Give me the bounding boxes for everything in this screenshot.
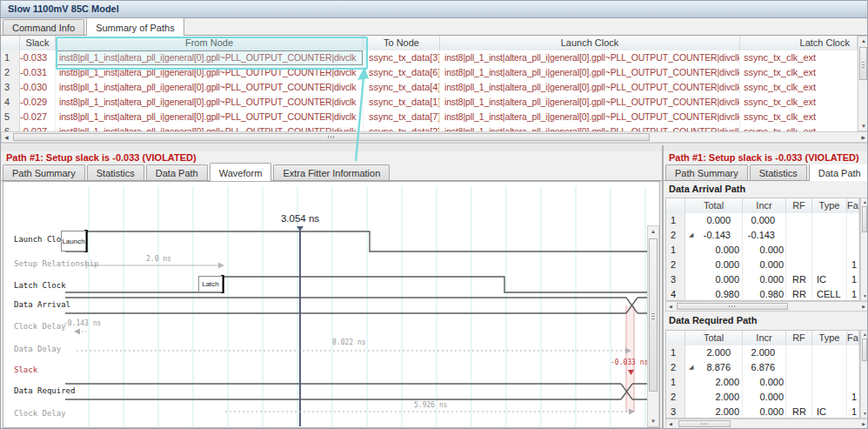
table-hscrollbar[interactable]: ◀ ▶ [1,131,868,143]
cell-type[interactable]: CELL [812,287,847,301]
scroll-left-icon[interactable]: ◀ [669,422,672,426]
cell-type[interactable] [812,360,847,375]
cell-type[interactable] [812,213,847,228]
scroll-left-icon[interactable]: ◀ [4,135,9,140]
cell-from-node[interactable]: inst8|pll_1_inst|altera_pll_i|general[0]… [56,80,364,95]
cell-fanout[interactable] [847,243,859,258]
cell-from-node[interactable]: inst8|pll_1_inst|altera_pll_i|general[0]… [56,124,364,131]
table-row[interactable]: 4 0.980 0.980 RR CELL 1 [666,287,859,301]
tab-path-summary[interactable]: Path Summary [3,164,85,181]
scroll-down-icon[interactable]: ▼ [861,124,866,129]
cell-rf[interactable] [786,390,812,405]
cell-incr[interactable]: 2.000 [743,345,786,360]
cell-fanout[interactable]: 1 [847,405,859,419]
cell-slack[interactable]: -0.029 [20,95,56,110]
cell-fanout[interactable]: 1 [847,258,859,272]
header-from-node[interactable]: From Node [56,36,364,50]
tab-waveform[interactable]: Waveform [210,163,272,181]
hscroll-thumb[interactable] [678,420,731,427]
header-total[interactable]: Total [685,331,743,345]
tab-statistics[interactable]: Statistics [750,164,807,181]
expand-icon[interactable]: ◢ [689,364,693,371]
header-to-node[interactable]: To Node [364,36,440,50]
tab-path-summary[interactable]: Path Summary [665,164,748,181]
header-rf[interactable]: RF [786,198,812,213]
cell-total[interactable]: 0.000 [685,258,743,272]
scroll-down-icon[interactable]: ▼ [651,419,656,424]
cell-launch-clock[interactable]: inst8|pll_1_inst|altera_pll_i|general[0]… [440,65,740,80]
header-rf[interactable]: RF [786,331,812,345]
table-row[interactable]: 3 -0.030 inst8|pll_1_inst|altera_pll_i|g… [1,80,858,96]
cell-type[interactable] [812,243,847,258]
cell-incr[interactable]: 0.000 [743,390,786,405]
header-slack[interactable]: Slack [20,36,56,50]
cell-total[interactable]: ◢8.876 [685,360,743,375]
window-title-bar[interactable]: Slow 1100mV 85C Model [1,1,868,18]
cell-incr[interactable]: 0.000 [743,213,786,228]
panel-vertical-divider[interactable] [662,145,664,429]
cell-incr[interactable]: 0.000 [743,258,786,272]
cell-fanout[interactable] [847,375,859,390]
cell-launch-clock[interactable]: inst8|pll_1_inst|altera_pll_i|general[0]… [440,110,740,124]
cell-total[interactable]: 2.000 [685,345,743,360]
scroll-down-icon[interactable]: ▼ [863,294,867,298]
cell-rf[interactable] [786,243,812,258]
cell-fanout[interactable] [847,345,859,360]
cell-from-node[interactable]: inst8|pll_1_inst|altera_pll_i|general[0]… [56,110,364,124]
scroll-down-icon[interactable]: ▼ [863,412,867,416]
cell-rf[interactable]: RR [786,405,812,419]
tab-data-path[interactable]: Data Path [809,164,868,181]
tab-statistics[interactable]: Statistics [87,164,144,181]
arrival-vscrollbar[interactable]: ▲ ▼ [860,198,868,301]
table-row[interactable]: 5 -0.027 inst8|pll_1_inst|altera_pll_i|g… [1,110,858,125]
cell-to-node[interactable]: ssync_tx_data[3] [364,50,440,65]
cell-launch-clock[interactable]: inst8|pll_1_inst|altera_pll_i|general[0]… [440,95,740,110]
cell-incr[interactable]: 0.000 [743,272,786,287]
cell-rf[interactable] [786,345,812,360]
cell-latch-clock[interactable]: ssync_tx_clk_ext [740,110,858,124]
cell-from-node[interactable]: inst8|pll_1_inst|altera_pll_i|general[0]… [56,95,364,110]
table-row[interactable]: 1 2.000 0.000 [666,375,859,391]
scroll-up-icon[interactable]: ▲ [651,229,656,234]
scroll-right-icon[interactable]: ▶ [862,422,865,426]
cell-incr[interactable]: -0.143 [743,228,786,243]
cell-fanout[interactable] [847,360,859,375]
cell-slack[interactable]: -0.033 [20,50,56,65]
cell-type[interactable] [812,390,847,405]
vscroll-thumb[interactable] [649,238,658,392]
table-row[interactable]: 2 -0.031 inst8|pll_1_inst|altera_pll_i|g… [1,65,858,81]
vscroll-thumb[interactable] [862,206,867,232]
cell-type[interactable]: IC [812,272,847,287]
header-incr[interactable]: Incr [743,198,786,213]
cell-fanout[interactable] [847,213,859,228]
cell-total[interactable]: 0.000 [685,213,743,228]
required-hscrollbar[interactable]: ◀ ▶ [665,419,868,429]
table-row[interactable]: 3 2.000 0.000 RR IC 1 [666,405,859,419]
header-total[interactable]: Total [685,198,743,213]
cell-launch-clock[interactable]: inst8|pll_1_inst|altera_pll_i|general[0]… [440,50,740,65]
cell-type[interactable] [812,345,847,360]
table-row[interactable]: 1 0.000 0.000 [666,243,859,258]
required-vscrollbar[interactable]: ▲ ▼ [860,330,868,419]
cell-latch-clock[interactable]: ssync_tx_clk_ext [740,50,858,65]
vscroll-thumb[interactable] [862,339,867,361]
table-row[interactable]: 6 -0.027 inst8|pll_1_inst|altera_pll_i|g… [1,124,858,131]
cell-from-node[interactable]: inst8|pll_1_inst|altera_pll_i|general[0]… [56,65,364,80]
cell-total[interactable]: 2.000 [685,405,743,419]
table-row[interactable]: 1 0.000 0.000 [666,213,859,229]
cell-type[interactable] [812,258,847,272]
cell-slack[interactable]: -0.030 [20,80,56,95]
header-incr[interactable]: Incr [743,331,786,345]
tab-summary-of-paths[interactable]: Summary of Paths [86,17,184,36]
cell-total[interactable]: 0.000 [685,243,743,258]
vscroll-thumb[interactable] [859,47,867,80]
tab-command-info[interactable]: Command Info [3,19,84,36]
scroll-left-icon[interactable]: ◀ [669,305,672,309]
scroll-right-icon[interactable]: ▶ [861,135,865,140]
table-vscrollbar[interactable]: ▲ ▼ [858,36,868,131]
cell-total[interactable]: ◢-0.143 [685,228,743,243]
cell-latch-clock[interactable]: ssync_tx_clk_ext [740,65,858,80]
cell-type[interactable] [812,375,847,390]
cell-fanout[interactable]: 1 [847,272,859,287]
waveform-vscrollbar[interactable]: ▲ ▼ [647,225,659,427]
